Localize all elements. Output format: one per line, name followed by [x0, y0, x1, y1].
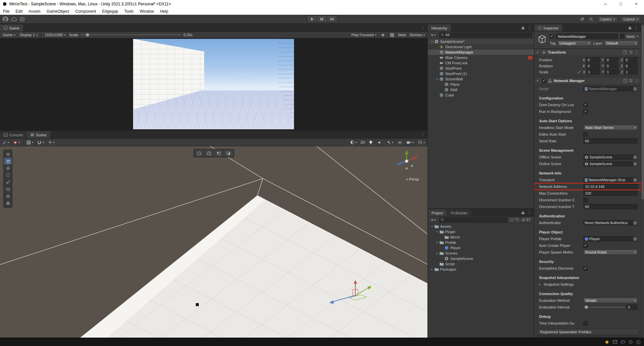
foldout-expanded-icon[interactable]: ▾ [537, 51, 540, 54]
layer-dropdown[interactable]: Default▾ [604, 41, 638, 46]
offline-scene-object-field[interactable]: SampleScene [583, 154, 638, 160]
evaluation-method-dropdown[interactable]: Simple▾ [583, 298, 638, 303]
project-item-packages[interactable]: ▸Packages [428, 267, 534, 272]
display-dropdown[interactable]: Display 1▾ [19, 33, 39, 37]
scene-gizmos-dropdown[interactable]: ▾ [417, 140, 426, 144]
search-by-type-icon[interactable] [510, 218, 514, 222]
resolution-dropdown[interactable]: 1920x1080▾ [44, 33, 66, 37]
project-item-script[interactable]: Script [428, 261, 534, 267]
evaluation-interval-slider[interactable] [583, 305, 625, 309]
grid-visibility-dropdown[interactable]: ▾ [26, 141, 34, 144]
hand-tool-button[interactable] [4, 158, 12, 164]
object-name-field[interactable]: NetworkManager [556, 33, 618, 39]
hierarchy-item-wall[interactable]: Wall [428, 87, 534, 92]
disconnect-inactive-checkbox[interactable] [583, 198, 588, 202]
face-mode-button[interactable] [224, 150, 233, 156]
headless-start-mode-dropdown[interactable]: Auto Start Server▾ [583, 125, 638, 130]
foldout-expanded-icon[interactable]: ▾ [430, 225, 434, 228]
transport-object-field[interactable]: NetworkManager (Kcp [583, 177, 638, 183]
position-x-field[interactable]: 0 [586, 57, 600, 63]
orientation-gizmo[interactable]: y x z [393, 148, 421, 175]
move-tool-button[interactable] [4, 165, 12, 171]
help-icon[interactable]: ? [623, 50, 627, 55]
lock-icon[interactable] [628, 26, 632, 29]
layers-dropdown[interactable]: Layers▾ [597, 16, 618, 22]
hidden-count-icon[interactable]: 17 [521, 218, 530, 222]
network-manager-component-header[interactable]: ▾ Network Manager ? ⋮ [534, 77, 641, 84]
step-button[interactable] [327, 15, 337, 22]
position-z-field[interactable]: 0 [624, 57, 638, 63]
lock-icon[interactable] [521, 26, 525, 29]
hierarchy-item-samplescene[interactable]: ▾SampleScene* [428, 39, 534, 44]
play-focused-dropdown[interactable]: Play Focused▾ [350, 33, 377, 37]
hierarchy-item-startpoint[interactable]: StartPoint [428, 66, 534, 71]
menu-gameobject[interactable]: GameObject [44, 9, 72, 14]
menu-edit[interactable]: Edit [12, 9, 25, 14]
static-dropdown-arrow[interactable]: ▾ [637, 35, 638, 38]
snap-increment-dropdown[interactable]: ▾ [47, 141, 56, 144]
snap-settings-dropdown[interactable]: ▾ [37, 141, 45, 144]
rotation-y-field[interactable]: 0 [605, 63, 619, 69]
rect-tool-button[interactable] [4, 186, 12, 193]
hierarchy-item-startpoint-1[interactable]: StartPoint (1) [428, 71, 534, 76]
hierarchy-item-networkmanager[interactable]: NetworkManager [428, 50, 534, 55]
account-button[interactable] [2, 16, 9, 22]
play-button[interactable] [307, 15, 317, 22]
bake-status-icon[interactable] [605, 340, 609, 344]
effects-dropdown[interactable]: ▾ [386, 140, 394, 144]
project-item-prefab[interactable]: ▾Prefab [428, 240, 534, 245]
hierarchy-item-main-camera[interactable]: Main Camera [428, 55, 534, 60]
perspective-label[interactable]: < Persp [406, 177, 419, 181]
game-viewport[interactable] [0, 38, 427, 130]
tab-hierarchy[interactable]: Hierarchy [428, 24, 451, 31]
scale-tool-button[interactable] [4, 179, 12, 186]
object-picker-icon[interactable] [633, 155, 637, 159]
gizmos-dropdown[interactable]: Gizmos▾ [409, 33, 426, 37]
max-connections-field[interactable]: 100 [583, 191, 638, 196]
static-checkbox[interactable] [620, 34, 624, 39]
foldout-expanded-icon[interactable]: ▾ [435, 252, 439, 255]
preset-icon[interactable] [629, 51, 633, 54]
tool-settings-dropdown[interactable]: ▾ [2, 141, 10, 144]
kebab-menu-icon[interactable]: ⋮ [634, 26, 638, 30]
foldout-expanded-icon[interactable]: ▾ [435, 230, 439, 233]
mute-audio-icon[interactable] [380, 31, 387, 38]
custom-tool-button[interactable] [4, 200, 12, 207]
kebab-menu-icon[interactable]: ⋮ [527, 26, 531, 30]
object-picker-icon[interactable] [633, 220, 637, 225]
project-item-player[interactable]: Player [428, 245, 534, 251]
menu-edgegap[interactable]: Edgegap [99, 9, 121, 14]
help-icon[interactable]: ? [623, 79, 627, 83]
project-item-plugin[interactable]: ▾Plugin [428, 229, 534, 234]
camera-settings-dropdown[interactable]: ▾ [406, 141, 415, 144]
pause-button[interactable] [317, 15, 327, 22]
foldout-expanded-icon[interactable]: ▾ [435, 241, 439, 244]
game-target-dropdown[interactable]: Game▾ [2, 33, 16, 37]
editor-auto-start-checkbox[interactable] [583, 132, 588, 137]
overlay-menu-icon[interactable] [4, 151, 12, 157]
menu-file[interactable]: File [0, 9, 12, 14]
scale-slider[interactable] [80, 32, 181, 37]
project-search-input[interactable] [439, 217, 508, 222]
disconnect-timeout-field[interactable]: 60 [583, 204, 638, 209]
create-object-button[interactable]: +▾ [429, 32, 437, 38]
kebab-menu-icon[interactable]: ⋮ [635, 50, 639, 54]
tab-project[interactable]: Project [428, 209, 447, 216]
hierarchy-item-cube[interactable]: Cube [428, 92, 534, 98]
inspector-scrollbar[interactable] [641, 24, 644, 338]
stats-button[interactable]: Stats [398, 33, 406, 37]
menu-help[interactable]: Help [157, 9, 171, 14]
foldout-collapsed-icon[interactable]: ▸ [539, 283, 542, 286]
hierarchy-search-input[interactable]: All [439, 32, 532, 38]
search-button[interactable] [588, 16, 595, 22]
object-picker-icon[interactable] [633, 161, 637, 166]
version-control-button[interactable] [19, 16, 25, 22]
dont-destroy-checkbox[interactable] [583, 103, 588, 107]
background-tasks-icon[interactable] [629, 340, 633, 344]
link-scale-icon[interactable] [577, 70, 581, 74]
kebab-menu-icon[interactable]: ⋮ [421, 133, 425, 137]
kebab-menu-icon[interactable]: ⋮ [421, 26, 425, 30]
lighting-toggle[interactable] [367, 139, 374, 146]
scrollbar-thumb[interactable] [642, 25, 644, 199]
create-asset-button[interactable]: +▾ [429, 217, 437, 222]
